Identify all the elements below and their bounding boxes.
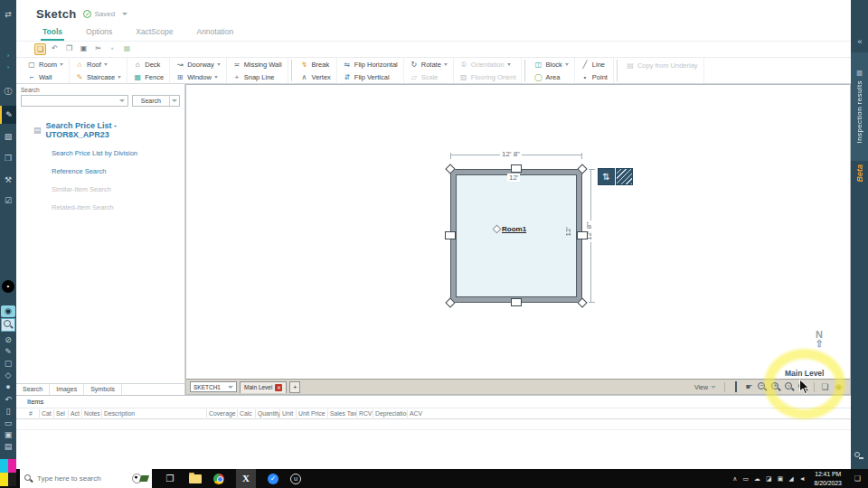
app-tray-icon[interactable]: ◪ <box>766 475 772 483</box>
task-view-icon[interactable]: ❐ <box>163 469 177 488</box>
copy-from-underlay-button[interactable]: ▤Copy from Underlay <box>622 59 702 71</box>
block-tool-button[interactable]: ◫Block <box>530 58 571 70</box>
news-weather-icon[interactable] <box>132 474 148 483</box>
col-number[interactable]: # <box>27 409 40 418</box>
flip-vertical-button[interactable]: ⇵Flip Vertical <box>339 70 401 83</box>
spotlight-icon[interactable]: • <box>2 280 14 293</box>
paste-icon[interactable]: ▣ <box>78 43 90 55</box>
break-tool-button[interactable]: ↯Break <box>297 58 335 70</box>
missing-wall-tool-button[interactable]: ≍Missing Wall <box>229 58 286 70</box>
tab-search[interactable]: Search <box>16 384 50 395</box>
room-anchor-icon[interactable] <box>493 225 502 234</box>
col-act[interactable]: Act <box>69 409 82 418</box>
trash-icon[interactable]: ▯ <box>0 406 16 418</box>
items-table-header[interactable]: # Cat Sel Act Notes Description Coverage… <box>16 408 851 419</box>
fit-view-icon[interactable] <box>730 381 741 393</box>
chevron-right-icon[interactable]: › <box>0 50 16 61</box>
room-wall-handle-top[interactable] <box>511 164 522 173</box>
blue-check-app-icon[interactable]: ✓ <box>268 474 278 484</box>
area-tool-button[interactable]: ◯Area <box>530 70 571 83</box>
color-dot-icon[interactable]: ● <box>0 381 16 393</box>
no-draw-icon[interactable]: ⊘ <box>0 334 16 346</box>
tab-symbols[interactable]: Symbols <box>84 384 122 395</box>
info-icon[interactable]: ⓘ <box>0 86 16 98</box>
search-input[interactable] <box>24 98 119 104</box>
new-icon[interactable]: ❏ <box>34 43 46 55</box>
camera-icon[interactable]: ▣ <box>0 429 16 441</box>
network-tray-icon[interactable]: ◢ <box>788 475 793 483</box>
col-description[interactable]: Description <box>102 409 207 418</box>
price-list-header-link[interactable]: ▤ Search Price List - UTOR8X_APR23 <box>33 121 180 139</box>
chevron-right-icon[interactable]: › <box>0 61 16 73</box>
deck-tool-button[interactable]: ⌂Deck <box>129 58 167 70</box>
flooring-pattern-button[interactable] <box>616 168 633 185</box>
tab-tools[interactable]: Tools <box>41 27 64 41</box>
zoom-window-icon[interactable]: ▫ <box>784 381 796 393</box>
documents-icon[interactable]: ❐ <box>0 153 16 164</box>
vertex-tool-button[interactable]: ∧Vertex <box>297 70 335 83</box>
col-cat[interactable]: Cat <box>40 409 54 418</box>
col-sales-tax[interactable]: Sales Tax <box>328 409 357 418</box>
pan-hand-icon[interactable]: ☛ <box>743 381 755 393</box>
line-tool-button[interactable]: ╱Line <box>577 58 611 70</box>
col-acv[interactable]: ACV <box>408 409 851 418</box>
sketch-selector[interactable]: SKETCH1 <box>190 381 237 392</box>
zoom-out-icon[interactable]: − <box>757 381 769 393</box>
col-coverage[interactable]: Coverage <box>207 409 238 418</box>
checklist-icon[interactable]: ☑ <box>0 195 16 207</box>
link-search-by-division[interactable]: Search Price List by Division <box>52 149 180 157</box>
taskbar-clock[interactable]: 12:41 PM 8/20/2023 <box>811 470 845 486</box>
col-rcv[interactable]: RCV <box>357 409 373 418</box>
color-yellow[interactable] <box>0 473 8 486</box>
taskbar-search-input[interactable] <box>37 474 128 483</box>
room-wall-handle-bottom[interactable] <box>511 298 522 306</box>
items-empty-row[interactable] <box>16 419 851 430</box>
zoom-annotate-icon[interactable] <box>1 318 15 332</box>
room-wall-handle-left[interactable] <box>445 231 456 239</box>
room-wall-handle-right[interactable] <box>577 231 588 239</box>
scale-tool-button[interactable]: ▱Scale <box>406 70 451 83</box>
undo-annotation-icon[interactable]: ↶ <box>0 394 16 406</box>
annotation-color-palette[interactable] <box>0 459 16 486</box>
color-magenta[interactable] <box>8 459 16 473</box>
window-tool-button[interactable]: ⊞Window <box>172 70 224 83</box>
file-explorer-icon[interactable] <box>189 474 202 483</box>
diamond-tool-icon[interactable]: ◇ <box>0 370 16 381</box>
staircase-tool-button[interactable]: ✎Staircase <box>71 70 125 83</box>
u-circle-app-icon[interactable]: u <box>290 474 301 484</box>
room-walls[interactable] <box>450 169 582 303</box>
taskbar-search[interactable] <box>20 469 152 488</box>
tab-xactscope[interactable]: XactScope <box>134 27 175 41</box>
room-floor[interactable] <box>456 174 577 297</box>
col-sel[interactable]: Sel <box>54 409 69 418</box>
rectangle-tool-icon[interactable]: ▢ <box>0 358 16 370</box>
room-tool-button[interactable]: ▢Room <box>24 58 67 70</box>
wrench-icon[interactable]: ⚒ <box>0 174 16 186</box>
close-level-icon[interactable]: ✕ <box>275 384 282 391</box>
link-reference-search[interactable]: Reference Search <box>52 167 180 175</box>
images-icon[interactable]: ▧ <box>0 131 16 143</box>
window-tray-icon[interactable]: ▭ <box>742 475 749 483</box>
view-menu-button[interactable]: View <box>691 384 720 390</box>
sketch-canvas[interactable]: 12' 8" 12' 12' 8" 12' <box>185 84 851 395</box>
search-button[interactable]: Search <box>132 95 180 107</box>
snap-line-tool-button[interactable]: +Snap Line <box>229 70 286 83</box>
cloud-tray-icon[interactable]: ☁ <box>754 475 760 483</box>
eye-icon[interactable]: ◉ <box>1 305 15 317</box>
input-caret-icon[interactable] <box>119 99 125 102</box>
orbit-view-icon[interactable]: ◉ <box>833 381 844 393</box>
swap-dimensions-button[interactable]: ⇅ <box>598 168 615 185</box>
flooring-orient-button[interactable]: ▨Flooring Orient <box>456 70 520 83</box>
room-name-label[interactable]: Room1 <box>502 225 526 233</box>
pen-icon[interactable]: ✎ <box>0 346 16 358</box>
col-depreciation[interactable]: Depreciation <box>373 409 408 418</box>
col-unit[interactable]: Unit <box>280 409 297 418</box>
col-notes[interactable]: Notes <box>82 409 102 418</box>
chrome-icon[interactable] <box>213 474 224 484</box>
color-cyan[interactable] <box>0 459 8 473</box>
doorway-tool-button[interactable]: ↝Doorway <box>172 58 224 70</box>
chevron-down-icon[interactable] <box>122 13 127 15</box>
sketch-tool-icon[interactable]: ✎ <box>0 106 16 124</box>
underlay-icon[interactable]: ▦ <box>121 43 133 55</box>
fence-tool-button[interactable]: ▦Fence <box>129 70 167 83</box>
